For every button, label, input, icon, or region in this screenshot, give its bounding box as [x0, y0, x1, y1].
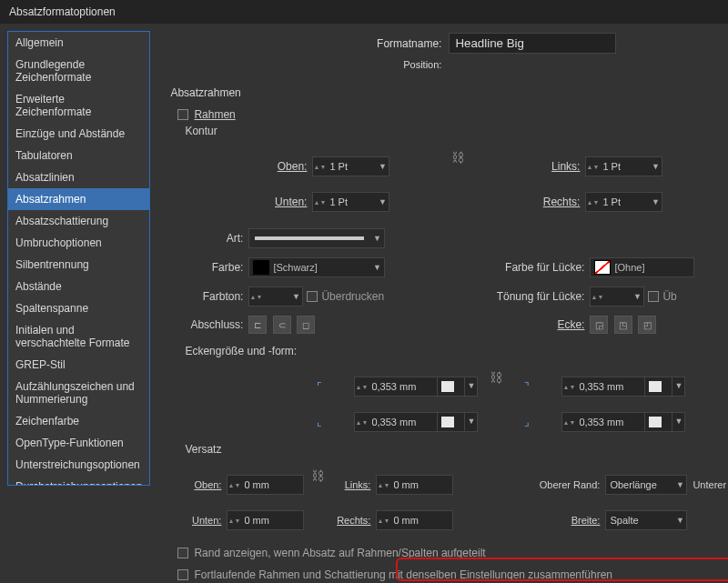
- art-select[interactable]: ▼: [248, 228, 385, 248]
- corner-br-icon: ⌟: [520, 415, 534, 429]
- sidebar-item-allgemein[interactable]: Allgemein: [8, 32, 149, 54]
- breite-label: Breite:: [521, 515, 605, 526]
- formatname-input[interactable]: [449, 33, 616, 54]
- farbe-luecke-select[interactable]: [Ohne]: [590, 257, 694, 277]
- v-unten-label: Unten:: [185, 515, 227, 526]
- corner-tl-icon: ⌜: [312, 379, 327, 394]
- links-stepper[interactable]: ▲▼1 Pt▼: [585, 156, 662, 176]
- corner-tr-icon: ⌝: [520, 379, 534, 394]
- position-label: Position:: [168, 59, 441, 70]
- corner-bl-stepper[interactable]: ▲▼0,353 mm▼: [354, 412, 481, 432]
- highlight-annotation: [396, 558, 728, 581]
- sidebar-item-silbentrennung[interactable]: Silbentrennung: [8, 254, 149, 276]
- rand-anzeigen-checkbox[interactable]: [177, 548, 188, 558]
- sidebar-item-umbruch[interactable]: Umbruchoptionen: [8, 232, 149, 254]
- farbe-label: Farbe:: [185, 261, 248, 274]
- formatname-label: Formatname:: [168, 37, 441, 50]
- farbe-select[interactable]: [Schwarz]▼: [248, 257, 385, 277]
- rahmen-label: Rahmen: [194, 108, 235, 121]
- sidebar-item-grundlegende[interactable]: Grundlegende Zeichenformate: [8, 54, 149, 88]
- cap-square-button[interactable]: ◻: [297, 316, 315, 334]
- ueb-checkbox[interactable]: [648, 291, 659, 302]
- rechts-stepper[interactable]: ▲▼1 Pt▼: [585, 192, 662, 212]
- cap-butt-button[interactable]: ⊏: [248, 316, 267, 334]
- v-link-icon[interactable]: ⛓: [308, 468, 327, 501]
- window-title: Absatzformatoptionen: [0, 0, 728, 24]
- oben-stepper[interactable]: ▲▼1 Pt▼: [312, 156, 389, 176]
- sidebar-item-abstaende[interactable]: Abstände: [8, 276, 149, 297]
- farbton-label: Farbton:: [185, 290, 248, 303]
- corner-br-stepper[interactable]: ▲▼0,353 mm▼: [561, 412, 689, 432]
- v-rechts-stepper[interactable]: ▲▼0 mm: [376, 510, 453, 530]
- toenung-label: Tönung für Lücke:: [485, 290, 590, 303]
- sidebar-item-absatzrahmen[interactable]: Absatzrahmen: [8, 188, 149, 210]
- farbton-stepper[interactable]: ▲▼▼: [248, 286, 303, 307]
- corner-tl-stepper[interactable]: ▲▼0,353 mm▼: [354, 377, 481, 397]
- join-round-button[interactable]: ◳: [614, 316, 632, 334]
- unterer-rand-label: Unterer Ra: [687, 479, 728, 490]
- toenung-stepper[interactable]: ▲▼▼: [590, 286, 644, 307]
- link-icon[interactable]: ⛓: [449, 150, 467, 183]
- v-links-label: Links:: [334, 479, 376, 490]
- v-unten-stepper[interactable]: ▲▼0 mm: [227, 510, 304, 530]
- ueb-label: Üb: [662, 290, 676, 303]
- art-label: Art:: [185, 232, 248, 245]
- sidebar-item-durchstreichung[interactable]: Durchstreichungsoptionen: [8, 476, 149, 486]
- links-label: Links:: [476, 160, 585, 173]
- v-oben-stepper[interactable]: ▲▼0 mm: [227, 475, 304, 495]
- kontur-title: Kontur: [185, 125, 728, 137]
- abschluss-label: Abschluss:: [185, 318, 248, 331]
- section-title: Absatzrahmen: [170, 86, 728, 99]
- cap-round-button[interactable]: ⊂: [273, 316, 291, 334]
- corner-bl-icon: ⌞: [312, 415, 327, 429]
- ueberdrucken-checkbox[interactable]: [307, 291, 318, 302]
- unten-label: Unten:: [185, 196, 312, 208]
- sidebar-item-initialen[interactable]: Initialen und verschachtelte Formate: [8, 319, 149, 354]
- ueberdrucken-label: Überdrucken: [321, 290, 384, 303]
- v-links-stepper[interactable]: ▲▼0 mm: [376, 475, 453, 495]
- join-miter-button[interactable]: ◲: [590, 316, 608, 334]
- join-bevel-button[interactable]: ◰: [638, 316, 656, 334]
- sidebar-item-tabulatoren[interactable]: Tabulatoren: [8, 145, 149, 166]
- sidebar-item-aufzaehlung[interactable]: Aufzählungszeichen und Nummerierung: [8, 376, 149, 410]
- oberer-rand-label: Oberer Rand:: [521, 479, 605, 490]
- fortlaufend-checkbox[interactable]: [177, 569, 188, 580]
- sidebar-item-zeichenfarbe[interactable]: Zeichenfarbe: [8, 410, 149, 432]
- versatz-title: Versatz: [185, 443, 728, 456]
- main-panel: Formatname: Position: Absatzrahmen Rahme…: [150, 24, 728, 583]
- ecken-title: Eckengröße und -form:: [185, 345, 728, 357]
- rechts-label: Rechts:: [476, 196, 585, 208]
- ecke-label: Ecke:: [485, 318, 590, 331]
- sidebar-item-absatzlinien[interactable]: Absatzlinien: [8, 166, 149, 188]
- oben-label: Oben:: [185, 160, 312, 173]
- oberer-rand-select[interactable]: Oberlänge▼: [605, 475, 687, 495]
- sidebar-item-einzuege[interactable]: Einzüge und Abstände: [8, 123, 149, 145]
- breite-select[interactable]: Spalte▼: [605, 510, 687, 530]
- corner-link-icon[interactable]: ⛓: [487, 370, 505, 403]
- sidebar-item-spaltenspanne[interactable]: Spaltenspanne: [8, 297, 149, 319]
- sidebar-item-grep[interactable]: GREP-Stil: [8, 354, 149, 376]
- farbe-luecke-label: Farbe für Lücke:: [485, 261, 590, 274]
- v-oben-label: Oben:: [185, 479, 227, 490]
- sidebar-item-absatzschattierung[interactable]: Absatzschattierung: [8, 210, 149, 232]
- corner-tr-stepper[interactable]: ▲▼0,353 mm▼: [561, 377, 689, 397]
- sidebar-item-erweiterte[interactable]: Erweiterte Zeichenformate: [8, 88, 149, 123]
- unten-stepper[interactable]: ▲▼1 Pt▼: [312, 192, 389, 212]
- sidebar-item-unterstreichung[interactable]: Unterstreichungsoptionen: [8, 454, 149, 476]
- sidebar: Allgemein Grundlegende Zeichenformate Er…: [7, 31, 150, 576]
- sidebar-item-opentype[interactable]: OpenType-Funktionen: [8, 432, 149, 454]
- rahmen-checkbox[interactable]: [177, 109, 188, 120]
- v-rechts-label: Rechts:: [334, 515, 376, 526]
